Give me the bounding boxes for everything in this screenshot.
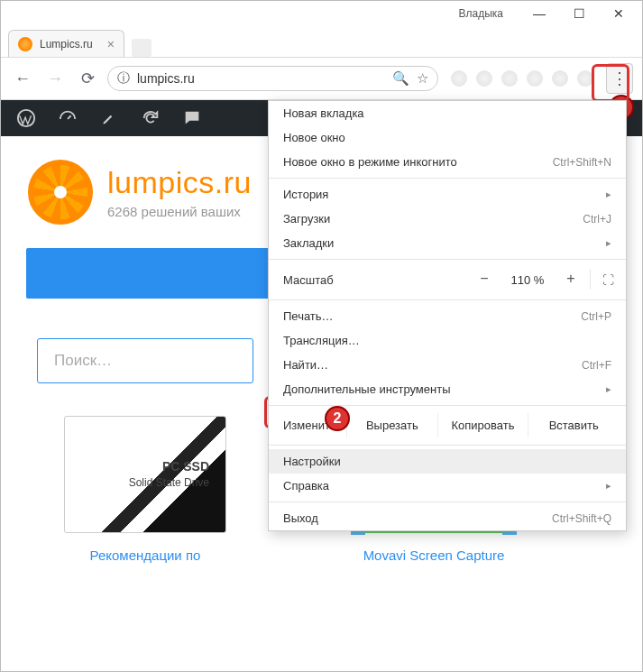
profile-name[interactable]: Владыка: [459, 7, 504, 20]
new-tab-button[interactable]: [132, 39, 152, 57]
submenu-arrow-icon: ▸: [606, 384, 611, 394]
menu-settings[interactable]: Настройки: [269, 449, 626, 474]
back-icon[interactable]: ←: [10, 66, 35, 91]
extension-icon[interactable]: [501, 70, 518, 87]
menu-new-window[interactable]: Новое окно: [269, 125, 626, 150]
ssd-subtitle: Solid State Drive: [129, 476, 209, 489]
cut-button[interactable]: Вырезать: [346, 413, 437, 437]
zoom-indicator-icon[interactable]: 🔍: [392, 70, 409, 87]
wordpress-icon[interactable]: [15, 107, 37, 129]
menu-find[interactable]: Найти… Ctrl+F: [269, 353, 626, 377]
zoom-out-button[interactable]: −: [473, 269, 496, 290]
extension-icon[interactable]: [577, 70, 593, 87]
maximize-button[interactable]: ☐: [559, 1, 599, 26]
card-ssd[interactable]: PC SSD Solid State Drive Рекомендации по: [55, 416, 235, 563]
zoom-value: 110 %: [503, 273, 552, 287]
copy-button[interactable]: Копировать: [437, 413, 528, 437]
search-input[interactable]: Поиск…: [37, 338, 253, 383]
site-info-icon[interactable]: ⓘ: [117, 70, 130, 87]
submenu-arrow-icon: ▸: [606, 238, 611, 248]
customize-icon[interactable]: [98, 107, 120, 129]
menu-zoom: Масштаб − 110 % + ⛶: [269, 263, 626, 296]
extension-icon[interactable]: [451, 70, 467, 87]
menu-new-tab[interactable]: Новая вкладка: [269, 101, 626, 125]
comments-icon[interactable]: [181, 107, 203, 129]
menu-bookmarks[interactable]: Закладки▸: [269, 231, 626, 255]
fullscreen-icon[interactable]: ⛶: [590, 270, 617, 290]
chrome-menu-button[interactable]: ⋮ 1: [606, 63, 633, 94]
submenu-arrow-icon: ▸: [606, 189, 611, 199]
zoom-in-button[interactable]: +: [559, 269, 583, 290]
dashboard-icon[interactable]: [57, 107, 78, 129]
menu-more-tools[interactable]: Дополнительные инструменты▸: [269, 377, 626, 401]
menu-incognito[interactable]: Новое окно в режиме инкогнито Ctrl+Shift…: [269, 150, 626, 174]
menu-help[interactable]: Справка▸: [269, 474, 626, 498]
submenu-arrow-icon: ▸: [606, 481, 611, 491]
zoom-label: Масштаб: [283, 273, 364, 287]
browser-tab[interactable]: Lumpics.ru ×: [8, 30, 124, 57]
ssd-thumbnail: PC SSD Solid State Drive: [64, 416, 226, 533]
browser-toolbar: ← → ⟳ ⓘ lumpics.ru 🔍 ☆ ⋮ 1: [1, 57, 642, 100]
address-bar[interactable]: ⓘ lumpics.ru 🔍 ☆: [107, 66, 438, 91]
close-window-button[interactable]: ✕: [599, 1, 638, 26]
shortcut-text: Ctrl+Shift+Q: [552, 513, 611, 524]
shortcut-text: Ctrl+Shift+N: [553, 157, 611, 168]
menu-history[interactable]: История▸: [269, 182, 626, 207]
site-logo-icon[interactable]: [28, 160, 93, 225]
close-tab-icon[interactable]: ×: [107, 37, 115, 51]
shortcut-text: Ctrl+F: [582, 360, 611, 371]
tab-title: Lumpics.ru: [40, 38, 93, 51]
svg-line-1: [68, 115, 71, 119]
ssd-title: PC SSD: [129, 458, 209, 475]
chrome-menu: Новая вкладка Новое окно Новое окно в ре…: [268, 100, 627, 531]
site-tagline: 6268 решений ваших: [107, 204, 252, 219]
paste-button[interactable]: Вставить: [528, 413, 619, 437]
reload-icon[interactable]: ⟳: [75, 66, 100, 91]
bookmark-star-icon[interactable]: ☆: [417, 70, 428, 87]
extension-icon[interactable]: [527, 70, 543, 87]
card-label: Рекомендации по: [55, 548, 235, 563]
site-title: lumpics.ru: [107, 165, 252, 200]
minimize-button[interactable]: —: [519, 1, 559, 26]
favicon-icon: [18, 37, 32, 51]
edit-label: Изменить 2: [283, 419, 346, 432]
menu-edit-row: Изменить 2 Вырезать Копировать Вставить: [269, 410, 626, 441]
extensions-area: [446, 70, 599, 87]
shortcut-text: Ctrl+P: [581, 311, 611, 322]
updates-icon[interactable]: [140, 107, 161, 129]
menu-exit[interactable]: Выход Ctrl+Shift+Q: [269, 506, 626, 530]
annotation-2: 2: [325, 406, 350, 431]
extension-icon[interactable]: [476, 70, 492, 87]
menu-downloads[interactable]: Загрузки Ctrl+J: [269, 207, 626, 231]
menu-cast[interactable]: Трансляция…: [269, 328, 626, 353]
shortcut-text: Ctrl+J: [583, 214, 611, 225]
url-text: lumpics.ru: [137, 71, 385, 86]
extension-icon[interactable]: [552, 70, 568, 87]
window-titlebar: Владыка — ☐ ✕: [1, 1, 642, 26]
menu-print[interactable]: Печать… Ctrl+P: [269, 304, 626, 328]
tab-strip: Lumpics.ru ×: [1, 26, 642, 57]
card-label: Movavi Screen Capture: [344, 548, 524, 563]
forward-icon[interactable]: →: [42, 66, 68, 91]
